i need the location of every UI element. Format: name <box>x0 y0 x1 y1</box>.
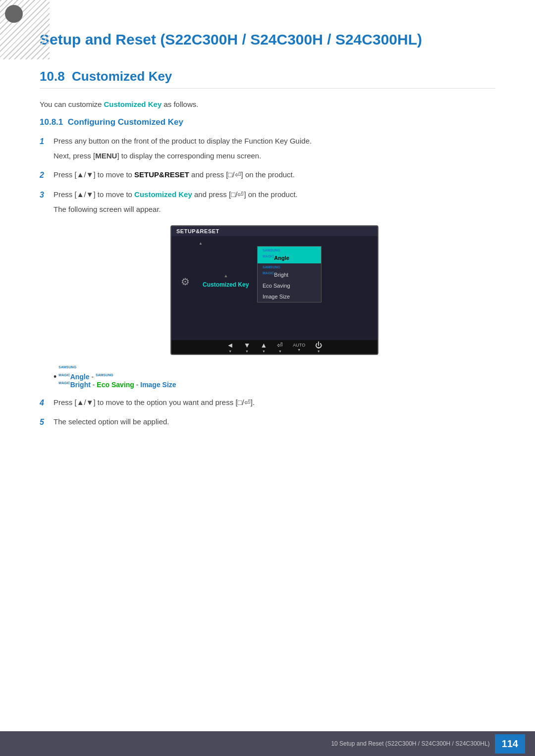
steps-list: 1 Press any button on the front of the p… <box>40 135 495 215</box>
image-size-text: Image Size <box>140 381 176 389</box>
screen-container: SETUP&RESET ⚙ ▲ Customized Key <box>54 225 495 355</box>
bright-text: Bright <box>70 381 91 389</box>
samsung-label-2: SAMSUNGMAGIC <box>263 265 280 275</box>
page-wrapper: Setup and Reset (S22C300H / S24C300H / S… <box>0 0 535 756</box>
separator-3: - <box>136 381 141 389</box>
steps-list-2: 4 Press [▲/▼] to move to the option you … <box>40 397 495 429</box>
step-number-1: 1 <box>40 135 54 148</box>
up-icon: ▲ ▼ <box>261 341 268 353</box>
step-content-2: Press [▲/▼] to move to SETUP&RESET and p… <box>54 169 495 181</box>
intro-end: as follows. <box>163 100 198 108</box>
power-label: ▼ <box>317 350 321 353</box>
content-area: Setup and Reset (S22C300H / S24C300H / S… <box>0 0 535 455</box>
eco-saving-text: Eco Saving <box>97 381 134 389</box>
enter-label: ▼ <box>278 350 282 353</box>
step-content-3: Press [▲/▼] to move to Customized Key an… <box>54 189 495 215</box>
active-item-label: Customized Key <box>203 281 249 288</box>
left-arrow-icon: ◄ <box>227 341 234 349</box>
down-label: ▼ <box>245 350 249 353</box>
submenu-item-bright: SAMSUNGMAGICBright <box>258 263 321 280</box>
screen-bottom-bar: ◄ ▼ ▼ ▼ ▲ ▼ ⏎ ▼ <box>171 340 377 354</box>
down-icon: ▼ ▼ <box>244 341 251 353</box>
power-icon: ⏻ ▼ <box>315 341 322 353</box>
menu-center: ▲ Customized Key <box>199 236 253 328</box>
bullet-content: SAMSUNGMAGICAngle - SAMSUNGMAGICBright -… <box>58 365 176 389</box>
submenu-panel: SAMSUNGMAGICAngle SAMSUNGMAGICBright Eco… <box>257 246 321 302</box>
angle-text: Angle <box>70 373 90 381</box>
gear-icon: ⚙ <box>181 276 190 288</box>
submenu-item-eco: Eco Saving <box>258 280 321 291</box>
enter-icon: ⏎ ▼ <box>277 341 283 353</box>
step-number-5: 5 <box>40 416 54 429</box>
screen-inner: SETUP&RESET ⚙ ▲ Customized Key <box>171 226 377 340</box>
step-content-4: Press [▲/▼] to move to the option you wa… <box>54 397 495 408</box>
step-content-1: Press any button on the front of the pro… <box>54 135 495 162</box>
step-3-sub: The following screen will appear. <box>54 203 495 215</box>
menu-left: ⚙ <box>171 236 199 328</box>
header-circle <box>5 5 23 23</box>
left-label: ▼ <box>228 350 232 353</box>
auto-label: ▼ <box>297 348 301 352</box>
list-item: 2 Press [▲/▼] to move to SETUP&RESET and… <box>40 169 495 182</box>
bullet-dot: • <box>54 372 56 381</box>
subsection-heading: 10.8.1 Configuring Customized Key <box>40 117 495 127</box>
power-symbol: ⏻ <box>315 341 322 349</box>
footer: 10 Setup and Reset (S22C300H / S24C300H … <box>0 731 535 756</box>
setup-reset-label: SETUP&RESET <box>134 170 189 179</box>
list-item: 5 The selected option will be applied. <box>40 416 495 429</box>
list-item: 4 Press [▲/▼] to move to the option you … <box>40 397 495 409</box>
menu-title: SETUP&RESET <box>176 228 219 234</box>
enter-arrow-icon: ⏎ <box>277 341 283 349</box>
down-arrow-icon: ▼ <box>244 341 251 349</box>
separator-1: - <box>91 373 96 381</box>
customized-key-label: Customized Key <box>134 190 192 199</box>
subsection-number: 10.8.1 <box>40 117 63 127</box>
intro-bold: Customized Key <box>104 100 162 108</box>
submenu-item-angle: SAMSUNGMAGICAngle <box>258 247 321 263</box>
menu-content: ⚙ ▲ Customized Key <box>171 236 377 328</box>
section-title: Customized Key <box>72 69 172 84</box>
menu-active-item: Customized Key <box>199 279 253 290</box>
menu-bar-top: SETUP&RESET <box>171 226 377 236</box>
bullet-list: • SAMSUNGMAGICAngle - SAMSUNGMAGICBright… <box>54 365 495 389</box>
intro-text: You can customize <box>40 100 102 108</box>
menu-key: MENU <box>95 151 117 160</box>
monitor-screen: SETUP&RESET ⚙ ▲ Customized Key <box>170 225 378 355</box>
auto-icon: AUTO ▼ <box>293 343 305 352</box>
list-item: 3 Press [▲/▼] to move to Customized Key … <box>40 189 495 215</box>
step-1-sub: Next, press [MENU] to display the corres… <box>54 150 495 162</box>
bullet-item: • SAMSUNGMAGICAngle - SAMSUNGMAGICBright… <box>54 365 495 389</box>
auto-text: AUTO <box>293 343 305 348</box>
footer-page-number: 114 <box>495 734 525 754</box>
step-number-4: 4 <box>40 397 54 409</box>
up-label: ▼ <box>262 350 266 353</box>
samsung-label: SAMSUNGMAGIC <box>263 249 280 258</box>
submenu-area: SAMSUNGMAGICAngle SAMSUNGMAGICBright Eco… <box>253 236 321 328</box>
chapter-title: Setup and Reset (S22C300H / S24C300H / S… <box>40 30 495 49</box>
list-item: 1 Press any button on the front of the p… <box>40 135 495 162</box>
up-indicator: ▲ <box>199 273 253 278</box>
submenu-item-image: Image Size <box>258 291 321 302</box>
step-number-3: 3 <box>40 189 54 202</box>
intro-paragraph: You can customize Customized Key as foll… <box>40 99 495 110</box>
footer-text: 10 Setup and Reset (S22C300H / S24C300H … <box>331 740 489 747</box>
left-icon: ◄ ▼ <box>227 341 234 353</box>
section-number: 10.8 <box>40 69 65 84</box>
step-number-2: 2 <box>40 169 54 182</box>
step-content-5: The selected option will be applied. <box>54 416 495 428</box>
subsection-title: Configuring Customized Key <box>68 117 183 127</box>
section-heading: 10.8 Customized Key <box>40 69 495 89</box>
up-arrow-icon: ▲ <box>261 341 268 349</box>
step-1-text: Press any button on the front of the pro… <box>54 137 312 145</box>
